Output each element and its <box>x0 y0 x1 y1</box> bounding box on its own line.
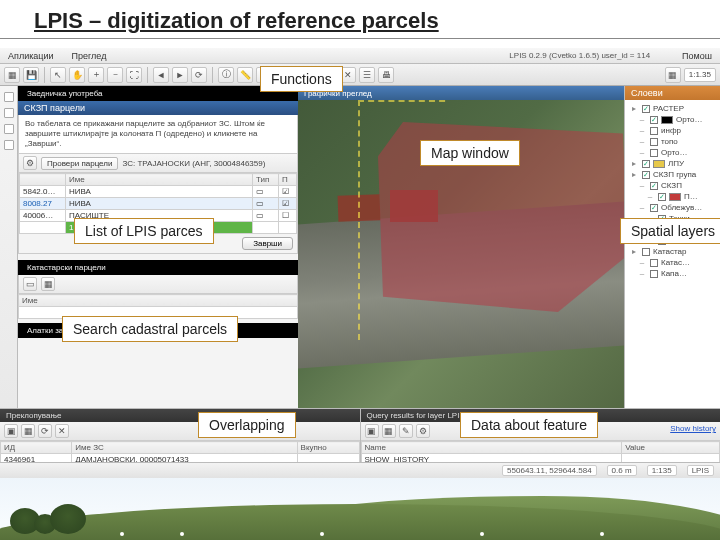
ov-col-id[interactable]: ИД <box>1 442 72 454</box>
ov-col-name[interactable]: Име ЗС <box>72 442 297 454</box>
table-row[interactable]: ЗС <box>361 490 720 502</box>
tool-prev-icon[interactable]: ◄ <box>153 67 169 83</box>
table-row[interactable]: 4346903ДАМЈАНОВСКИ, 00005071433 <box>1 478 360 490</box>
layer-row[interactable]: –✓топо <box>629 136 716 147</box>
layer-checkbox[interactable]: ✓ <box>650 116 658 124</box>
layer-checkbox[interactable]: ✓ <box>642 248 650 256</box>
tool-grid-icon[interactable]: ▦ <box>665 67 681 83</box>
ov-col-total[interactable]: Вкупно <box>297 442 359 454</box>
tool-refresh-icon[interactable]: ⟳ <box>191 67 207 83</box>
layer-row[interactable]: –✓Орто… <box>629 114 716 125</box>
layer-row[interactable]: ▸✓СКЗП група <box>629 169 716 180</box>
finish-button[interactable]: Заврши <box>242 237 293 250</box>
checkbox-icon[interactable]: ☑ <box>279 198 297 210</box>
cadastral-tab[interactable]: Катастарски парцели <box>22 262 111 273</box>
overlap-toolbar: ▣ ▦ ⟳ ✕ <box>0 422 360 441</box>
tree-toggle-icon[interactable]: ▸ <box>629 159 639 168</box>
tree-toggle-icon[interactable]: – <box>637 126 647 135</box>
layer-row[interactable]: –✓Облежув… <box>629 202 716 213</box>
q-tool2-icon[interactable]: ▦ <box>382 424 396 438</box>
status-coords: 550643.11, 529644.584 <box>502 465 597 476</box>
layer-checkbox[interactable]: ✓ <box>650 138 658 146</box>
tool-layers-icon[interactable]: ☰ <box>359 67 375 83</box>
subtool-gear-icon[interactable]: ⚙ <box>23 156 37 170</box>
col-p[interactable]: П <box>279 174 297 186</box>
ov-tool4-icon[interactable]: ✕ <box>55 424 69 438</box>
tree-toggle-icon[interactable]: – <box>645 192 655 201</box>
shared-use-tab[interactable]: Заедничка употреба <box>22 88 108 99</box>
callout-spatial: Spatial layers <box>620 218 720 244</box>
layer-row[interactable]: –✓СКЗП <box>629 180 716 191</box>
scale-display[interactable]: 1:1.35 <box>684 68 716 82</box>
layer-row[interactable]: ▸✓РАСТЕР <box>629 103 716 114</box>
cadastral-col[interactable]: Име <box>19 295 298 307</box>
ov-tool1-icon[interactable]: ▣ <box>4 424 18 438</box>
layer-checkbox[interactable]: ✓ <box>650 149 658 157</box>
table-row[interactable]: 8008.27 НИВА ▭ ☑ <box>20 198 297 210</box>
q-tool1-icon[interactable]: ▣ <box>365 424 379 438</box>
tree-toggle-icon[interactable]: ▸ <box>629 170 639 179</box>
checkbox-icon[interactable]: ☑ <box>279 186 297 198</box>
checkbox-icon[interactable]: ☐ <box>279 210 297 222</box>
show-history-link[interactable]: Show history <box>670 424 716 438</box>
tool-open-icon[interactable]: ▦ <box>4 67 20 83</box>
tool-pointer-icon[interactable]: ↖ <box>50 67 66 83</box>
check-parcels-button[interactable]: Провери парцели <box>41 157 118 170</box>
layer-row[interactable]: ▸✓Катастар <box>629 246 716 257</box>
tree-toggle-icon[interactable]: – <box>637 137 647 146</box>
tree-toggle-icon[interactable]: – <box>637 269 647 278</box>
q-col-name[interactable]: Name <box>361 442 622 454</box>
table-row[interactable]: 5842.0… НИВА ▭ ☑ <box>20 186 297 198</box>
tree-toggle-icon[interactable]: – <box>637 148 647 157</box>
tool-next-icon[interactable]: ► <box>172 67 188 83</box>
layer-checkbox[interactable]: ✓ <box>650 182 658 190</box>
vtool-4-icon[interactable] <box>4 140 14 150</box>
col-type[interactable]: Тип <box>253 174 279 186</box>
tree-toggle-icon[interactable]: – <box>637 203 647 212</box>
tree-toggle-icon[interactable]: – <box>637 181 647 190</box>
layer-row[interactable]: –✓инфр <box>629 125 716 136</box>
layer-row[interactable]: –✓Катас… <box>629 257 716 268</box>
menu-app[interactable]: Апликации <box>8 51 54 61</box>
tool-zoomin-icon[interactable]: ＋ <box>88 67 104 83</box>
layer-checkbox[interactable]: ✓ <box>642 171 650 179</box>
menu-help[interactable]: Помош <box>682 51 712 61</box>
vtool-2-icon[interactable] <box>4 108 14 118</box>
layer-checkbox[interactable]: ✓ <box>650 204 658 212</box>
tool-save-icon[interactable]: 💾 <box>23 67 39 83</box>
col-name[interactable]: Име <box>66 174 253 186</box>
tool-identify-icon[interactable]: ⓘ <box>218 67 234 83</box>
vtool-1-icon[interactable] <box>4 92 14 102</box>
tool-measure-icon[interactable]: 📏 <box>237 67 253 83</box>
table-row[interactable]: Видено на <box>361 478 720 490</box>
tool-print-icon[interactable]: 🖶 <box>378 67 394 83</box>
layer-checkbox[interactable]: ✓ <box>642 105 650 113</box>
layer-row[interactable]: –✓Орто… <box>629 147 716 158</box>
tool-pan-icon[interactable]: ✋ <box>69 67 85 83</box>
cad-tool1-icon[interactable]: ▭ <box>23 277 37 291</box>
layer-checkbox[interactable]: ✓ <box>650 270 658 278</box>
map-tab[interactable]: Графички преглед <box>298 86 624 100</box>
layer-checkbox[interactable]: ✓ <box>642 160 650 168</box>
tree-toggle-icon[interactable]: – <box>637 258 647 267</box>
tool-zoomout-icon[interactable]: － <box>107 67 123 83</box>
tool-extent-icon[interactable]: ⛶ <box>126 67 142 83</box>
tree-toggle-icon[interactable]: ▸ <box>629 247 639 256</box>
menu-view[interactable]: Преглед <box>72 51 107 61</box>
q-tool3-icon[interactable]: ✎ <box>399 424 413 438</box>
layer-row[interactable]: ▸✓ЛПУ <box>629 158 716 169</box>
tree-toggle-icon[interactable]: – <box>637 115 647 124</box>
layer-checkbox[interactable]: ✓ <box>650 259 658 267</box>
tree-toggle-icon[interactable]: ▸ <box>629 104 639 113</box>
q-tool4-icon[interactable]: ⚙ <box>416 424 430 438</box>
ov-tool3-icon[interactable]: ⟳ <box>38 424 52 438</box>
layer-row[interactable]: –✓Капа… <box>629 268 716 279</box>
layer-checkbox[interactable]: ✓ <box>650 127 658 135</box>
layer-checkbox[interactable]: ✓ <box>658 193 666 201</box>
ov-tool2-icon[interactable]: ▦ <box>21 424 35 438</box>
cad-tool2-icon[interactable]: ▦ <box>41 277 55 291</box>
layer-row[interactable]: –✓П… <box>629 191 716 202</box>
col-id[interactable] <box>20 174 66 186</box>
vtool-3-icon[interactable] <box>4 124 14 134</box>
q-col-value[interactable]: Value <box>622 442 720 454</box>
